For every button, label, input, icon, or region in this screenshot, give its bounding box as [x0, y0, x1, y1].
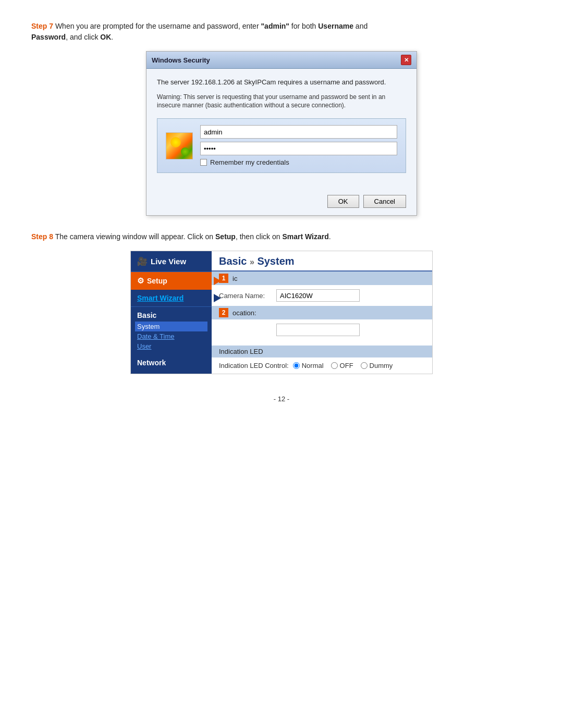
step7-text2: for both [289, 22, 318, 30]
dialog-footer: OK Cancel [146, 190, 417, 215]
dialog-credentials-panel: Remember my credentials [157, 118, 406, 173]
sidebar: 🎥 Live View ⚙ Setup Smart Wizard Basic S… [131, 251, 212, 374]
led-control-row: Indication LED Control: Normal OFF Dummy [212, 357, 432, 374]
step8-text: The camera viewing window will appear. C… [53, 232, 215, 241]
radio-off-input[interactable] [331, 362, 338, 369]
user-avatar-icon [166, 132, 193, 159]
led-section-header: Indication LED [212, 346, 432, 357]
dialog-titlebar: Windows Security ✕ [146, 52, 417, 69]
password-input[interactable] [200, 142, 397, 155]
basic-title: Basic [137, 311, 205, 319]
step7-label: Step 7 [31, 22, 53, 30]
username-input[interactable] [200, 125, 397, 139]
dialog-warning: Warning: This server is requesting that … [157, 93, 406, 110]
camera-name-label: Camera Name: [219, 292, 271, 300]
step8-label: Step 8 [31, 232, 53, 241]
header-arrow: » [250, 257, 254, 266]
step8-setup: Setup [215, 232, 236, 241]
windows-security-dialog: Windows Security ✕ The server 192.168.1.… [146, 51, 417, 216]
section2-badge: 2 [219, 308, 228, 317]
setup-icon: ⚙ [137, 276, 144, 286]
sidebar-item-liveview[interactable]: 🎥 Live View [131, 251, 212, 272]
sidebar-basic-section: Basic System Date & Time User [131, 307, 212, 352]
led-radio-group: Normal OFF Dummy [293, 362, 393, 369]
step8-instruction: Step 8 The camera viewing window will ap… [31, 231, 532, 242]
sidebar-item-setup[interactable]: ⚙ Setup [131, 272, 212, 290]
radio-normal: Normal [293, 362, 324, 369]
remember-checkbox[interactable] [200, 159, 207, 166]
step7-text: When you are prompted for the username a… [53, 22, 261, 30]
camera-ui: 🎥 Live View ⚙ Setup Smart Wizard Basic S… [130, 251, 433, 374]
remember-label: Remember my credentials [210, 158, 289, 166]
ok-button[interactable]: OK [327, 195, 359, 208]
remember-credentials-row: Remember my credentials [200, 158, 397, 166]
location-label: ocation: [232, 309, 256, 317]
main-content: Basic » System 1 ic Camera Name: 2 ocati… [212, 251, 432, 374]
step7-username: Username [318, 22, 353, 30]
smartwizard-label: Smart Wizard [137, 294, 183, 302]
header-system: System [257, 255, 294, 267]
radio-off: OFF [331, 362, 353, 369]
camera-name-input[interactable] [276, 289, 360, 302]
location-input[interactable] [276, 324, 360, 336]
step8-text3: . [329, 232, 331, 241]
header-basic: Basic [219, 255, 247, 267]
dialog-title: Windows Security [152, 56, 210, 64]
sidebar-link-user[interactable]: User [137, 341, 205, 351]
liveview-label: Live View [151, 257, 186, 266]
radio-dummy: Dummy [361, 362, 393, 369]
radio-dummy-label: Dummy [370, 362, 393, 369]
setup-label: Setup [147, 277, 167, 285]
step7-text5: . [111, 33, 113, 41]
network-title: Network [131, 356, 212, 369]
page-number: - 12 - [31, 395, 532, 403]
radio-normal-input[interactable] [293, 362, 300, 369]
section-header-1: 1 ic [212, 272, 432, 285]
step7-ok: OK [100, 33, 111, 41]
camera-icon: 🎥 [137, 256, 148, 266]
page-number-text: - 12 - [274, 395, 289, 403]
led-control-label: Indication LED Control: [219, 362, 289, 369]
led-section-label: Indication LED [219, 348, 263, 355]
step7-text4: , and click [66, 33, 100, 41]
step7-text3: and [353, 22, 368, 30]
radio-dummy-input[interactable] [361, 362, 368, 369]
step7-password: Password [31, 33, 66, 41]
section1-label: ic [232, 275, 237, 282]
sidebar-link-system[interactable]: System [135, 322, 207, 331]
radio-normal-label: Normal [302, 362, 324, 369]
section-header-2: 2 ocation: [212, 306, 432, 319]
sidebar-link-datetime[interactable]: Date & Time [137, 331, 205, 341]
step8-text2: , then click on [236, 232, 283, 241]
credentials-fields: Remember my credentials [200, 125, 397, 166]
step7-instruction: Step 7 When you are prompted for the use… [31, 21, 532, 43]
dialog-body: The server 192.168.1.206 at SkyIPCam req… [146, 69, 417, 190]
camera-name-row: Camera Name: [212, 285, 432, 306]
step8-smartwizard: Smart Wizard [282, 232, 328, 241]
setup-arrow [214, 277, 221, 285]
sidebar-item-smartwizard[interactable]: Smart Wizard [131, 290, 212, 307]
step7-admin-quoted: "admin" [261, 22, 289, 30]
cancel-button[interactable]: Cancel [363, 195, 406, 208]
main-header: Basic » System [212, 251, 432, 272]
radio-off-label: OFF [340, 362, 353, 369]
main-title: Basic » System [219, 255, 295, 267]
location-row [212, 319, 432, 340]
smartwizard-arrow [214, 294, 221, 302]
dialog-close-button[interactable]: ✕ [401, 55, 411, 65]
dialog-message: The server 192.168.1.206 at SkyIPCam req… [157, 77, 406, 88]
